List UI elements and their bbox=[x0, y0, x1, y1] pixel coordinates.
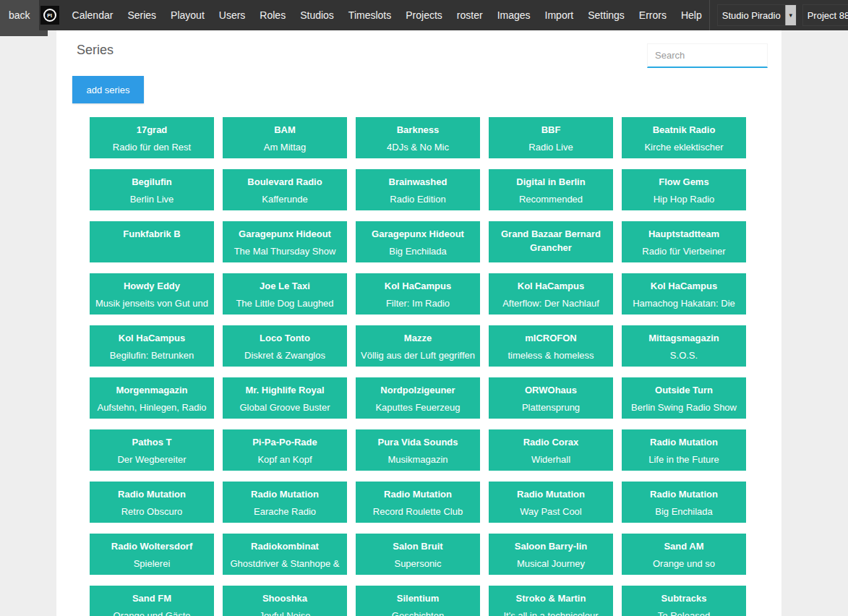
series-card[interactable]: MittagsmagazinS.O.S. bbox=[622, 325, 746, 367]
nav-item-help[interactable]: Help bbox=[674, 0, 709, 30]
series-card[interactable]: Pathos TDer Wegbereiter bbox=[90, 429, 214, 471]
series-card[interactable]: Sand FMOrange und Gäste bbox=[90, 586, 214, 616]
series-card[interactable]: Radio MutationRetro Obscuro bbox=[90, 482, 214, 523]
series-card[interactable]: HauptstadtteamRadio für Vierbeiner bbox=[622, 221, 746, 262]
nav-item-import[interactable]: Import bbox=[538, 0, 581, 30]
add-series-button[interactable]: add series bbox=[72, 76, 144, 103]
series-card[interactable]: Howdy EddyMusik jenseits von Gut und bbox=[90, 273, 214, 315]
series-card[interactable]: Sand AMOrange und so bbox=[622, 534, 746, 575]
series-card[interactable]: NordpolzigeunerKaputtes Feuerzeug bbox=[356, 377, 480, 419]
series-card[interactable]: MazzeVöllig aus der Luft gegriffen bbox=[356, 325, 480, 367]
series-card[interactable]: Kol HaCampusFilter: Im Radio bbox=[356, 273, 480, 315]
series-card-subtitle: Plattensprung bbox=[493, 401, 609, 414]
series-card-subtitle: Global Groove Buster bbox=[227, 401, 343, 414]
nav-item-settings[interactable]: Settings bbox=[581, 0, 632, 30]
series-card[interactable]: Loco TontoDiskret & Zwanglos bbox=[223, 325, 347, 367]
nav-item-images[interactable]: Images bbox=[490, 0, 538, 30]
series-card-title: Radio Mutation bbox=[360, 487, 476, 501]
series-card-subtitle: Kirche eklektischer bbox=[626, 140, 742, 154]
series-card[interactable]: Flow GemsHip Hop Radio bbox=[622, 169, 746, 210]
series-card[interactable]: 17gradRadio für den Rest bbox=[90, 117, 214, 158]
series-card-title: Shooshka bbox=[227, 591, 343, 605]
series-card[interactable]: Kol HaCampusBegilufin: Betrunken bbox=[90, 325, 214, 367]
series-card-title: Pi-Pa-Po-Rade bbox=[227, 435, 343, 449]
series-card-subtitle: Radio für den Rest bbox=[94, 140, 210, 154]
series-card-subtitle: Earache Radio bbox=[227, 505, 343, 518]
series-card-subtitle: Hamachog Hakatan: Die bbox=[626, 296, 742, 310]
series-card[interactable]: ShooshkaJoyful Noise bbox=[223, 586, 347, 616]
nav-item-studios[interactable]: Studios bbox=[293, 0, 341, 30]
series-card-title: Radio Corax bbox=[493, 435, 609, 449]
series-card-subtitle: Diskret & Zwanglos bbox=[227, 348, 343, 362]
series-card-subtitle: S.O.S. bbox=[626, 348, 742, 362]
series-card-subtitle: Radio für Vierbeiner bbox=[626, 244, 742, 258]
series-card[interactable]: RadiokombinatGhostdriver & Stanhope & bbox=[223, 534, 347, 575]
series-card[interactable]: Grand Bazaar Bernard Grancher bbox=[489, 221, 613, 262]
nav-item-back[interactable]: back bbox=[0, 0, 39, 30]
piradio-logo-icon[interactable]: PI bbox=[40, 6, 59, 25]
series-card-subtitle: Radio Live bbox=[493, 140, 609, 154]
series-card[interactable]: Radio CoraxWiderhall bbox=[489, 429, 613, 471]
series-card-subtitle: Way Past Cool bbox=[493, 505, 609, 518]
chevron-down-icon: ▾ bbox=[785, 5, 796, 25]
series-card[interactable]: Radio MutationWay Past Cool bbox=[489, 482, 613, 523]
series-card-title: ORWOhaus bbox=[493, 383, 609, 397]
series-card[interactable]: Pura Vida SoundsMusikmagazin bbox=[356, 429, 480, 471]
series-card[interactable]: Radio MutationLife in the Future bbox=[622, 429, 746, 471]
series-card[interactable]: Barkness4DJs & No Mic bbox=[356, 117, 480, 158]
search-input[interactable] bbox=[647, 43, 768, 68]
series-card[interactable]: Outside TurnBerlin Swing Radio Show bbox=[622, 377, 746, 419]
series-card-subtitle: Kaputtes Feuerzeug bbox=[360, 401, 476, 414]
nav-item-roles[interactable]: Roles bbox=[252, 0, 293, 30]
series-card[interactable]: Funkfabrik B bbox=[90, 221, 214, 262]
series-card[interactable]: Mr. Highlife RoyalGlobal Groove Buster bbox=[223, 377, 347, 419]
series-card-subtitle: Begilufin: Betrunken bbox=[94, 348, 210, 362]
series-card[interactable]: Pi-Pa-Po-RadeKopf an Kopf bbox=[223, 429, 347, 471]
series-card[interactable]: SilentiumGeschichten bbox=[356, 586, 480, 616]
series-card[interactable]: BAMAm Mittag bbox=[223, 117, 347, 158]
nav-item-timeslots[interactable]: Timeslots bbox=[341, 0, 398, 30]
studio-select[interactable]: Studio Piradio ▾ bbox=[717, 4, 797, 26]
series-card[interactable]: Stroko & MartinIt's all in a technicolou… bbox=[489, 586, 613, 616]
nav-item-roster[interactable]: roster bbox=[450, 0, 490, 30]
series-card[interactable]: mICROFONtimeless & homeless bbox=[489, 325, 613, 367]
series-card-subtitle: Berlin Live bbox=[94, 192, 210, 206]
series-card[interactable]: Radio WoltersdorfSpielerei bbox=[90, 534, 214, 575]
series-card[interactable]: SubtracksTo Released bbox=[622, 586, 746, 616]
series-card-subtitle: The Mal Thursday Show bbox=[227, 244, 343, 258]
nav-item-series[interactable]: Series bbox=[120, 0, 163, 30]
series-card[interactable]: ORWOhausPlattensprung bbox=[489, 377, 613, 419]
navbar-right: Studio Piradio ▾ Project 88vier ▾ Logout… bbox=[709, 0, 848, 30]
series-card-title: Subtracks bbox=[626, 591, 742, 605]
series-card[interactable]: BrainwashedRadio Edition bbox=[356, 169, 480, 210]
series-card[interactable]: Digital in BerlinRecommended bbox=[489, 169, 613, 210]
series-card-title: mICROFON bbox=[493, 331, 609, 345]
nav-item-projects[interactable]: Projects bbox=[398, 0, 450, 30]
nav-item-calendar[interactable]: Calendar bbox=[65, 0, 121, 30]
series-card[interactable]: Radio MutationEarache Radio bbox=[223, 482, 347, 523]
series-card[interactable]: Radio MutationBig Enchilada bbox=[622, 482, 746, 523]
series-card-title: Outside Turn bbox=[626, 383, 742, 397]
series-card[interactable]: BBFRadio Live bbox=[489, 117, 613, 158]
series-card-title: Grand Bazaar Bernard Grancher bbox=[493, 227, 609, 254]
series-card[interactable]: Beatnik RadioKirche eklektischer bbox=[622, 117, 746, 158]
series-card[interactable]: Radio MutationRecord Roulette Club bbox=[356, 482, 480, 523]
series-card[interactable]: Garagepunx HideoutBig Enchilada bbox=[356, 221, 480, 262]
series-card[interactable]: Kol HaCampusAfterflow: Der Nachlauf bbox=[489, 273, 613, 315]
series-card-subtitle: Musikmagazin bbox=[360, 453, 476, 466]
project-select[interactable]: Project 88vier ▾ bbox=[802, 4, 848, 26]
series-card-subtitle: Recommended bbox=[493, 192, 609, 206]
series-card[interactable]: Garagepunx HideoutThe Mal Thursday Show bbox=[223, 221, 347, 262]
nav-item-playout[interactable]: Playout bbox=[163, 0, 212, 30]
series-card-subtitle: Retro Obscuro bbox=[94, 505, 210, 518]
series-card[interactable]: Boulevard RadioKafferunde bbox=[223, 169, 347, 210]
nav-item-errors[interactable]: Errors bbox=[632, 0, 674, 30]
series-card-subtitle: Am Mittag bbox=[227, 140, 343, 154]
series-card[interactable]: Salon BruitSupersonic bbox=[356, 534, 480, 575]
nav-item-users[interactable]: Users bbox=[212, 0, 253, 30]
series-card[interactable]: Kol HaCampusHamachog Hakatan: Die bbox=[622, 273, 746, 315]
series-card[interactable]: Joe Le TaxiThe Little Dog Laughed bbox=[223, 273, 347, 315]
series-card[interactable]: MorgenmagazinAufstehn, Hinlegen, Radio bbox=[90, 377, 214, 419]
series-card[interactable]: Saloon Barry-linMusical Journey bbox=[489, 534, 613, 575]
series-card[interactable]: BegilufinBerlin Live bbox=[90, 169, 214, 210]
